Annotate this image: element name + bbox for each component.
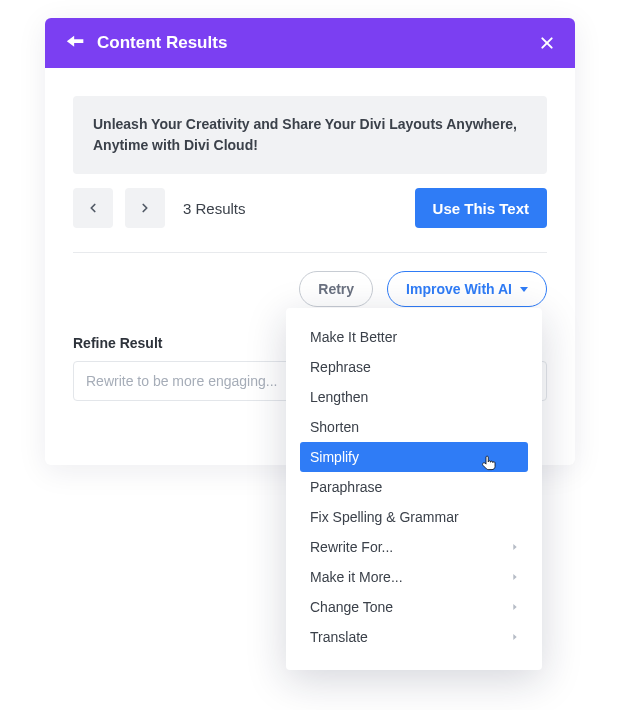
use-this-text-button[interactable]: Use This Text [415, 188, 547, 228]
menu-item-label: Change Tone [310, 599, 393, 615]
menu-item-change-tone[interactable]: Change Tone [300, 592, 528, 622]
pager-row: 3 Results Use This Text [73, 188, 547, 253]
menu-item-label: Fix Spelling & Grammar [310, 509, 459, 525]
back-arrow-icon[interactable] [65, 32, 87, 54]
menu-item-label: Translate [310, 629, 368, 645]
menu-item-make-it-better[interactable]: Make It Better [300, 322, 528, 352]
menu-item-make-it-more[interactable]: Make it More... [300, 562, 528, 592]
prev-button[interactable] [73, 188, 113, 228]
next-button[interactable] [125, 188, 165, 228]
menu-item-lengthen[interactable]: Lengthen [300, 382, 528, 412]
menu-item-label: Paraphrase [310, 479, 382, 495]
caret-down-icon [520, 287, 528, 292]
menu-item-rephrase[interactable]: Rephrase [300, 352, 528, 382]
menu-item-fix-spelling-grammar[interactable]: Fix Spelling & Grammar [300, 502, 528, 532]
menu-item-label: Rephrase [310, 359, 371, 375]
chevron-right-icon [510, 599, 520, 615]
menu-item-shorten[interactable]: Shorten [300, 412, 528, 442]
menu-item-paraphrase[interactable]: Paraphrase [300, 472, 528, 502]
results-count: 3 Results [183, 200, 246, 217]
menu-item-rewrite-for[interactable]: Rewrite For... [300, 532, 528, 562]
retry-button[interactable]: Retry [299, 271, 373, 307]
result-preview: Unleash Your Creativity and Share Your D… [73, 96, 547, 174]
improve-with-ai-label: Improve With AI [406, 281, 512, 297]
panel-header: Content Results [45, 18, 575, 68]
chevron-right-icon [510, 629, 520, 645]
improve-with-ai-button[interactable]: Improve With AI [387, 271, 547, 307]
menu-item-label: Simplify [310, 449, 359, 465]
chevron-right-icon [510, 539, 520, 555]
menu-item-label: Lengthen [310, 389, 368, 405]
chevron-right-icon [510, 569, 520, 585]
menu-item-simplify[interactable]: Simplify [300, 442, 528, 472]
menu-item-label: Make it More... [310, 569, 403, 585]
menu-item-translate[interactable]: Translate [300, 622, 528, 652]
menu-item-label: Rewrite For... [310, 539, 393, 555]
page-title: Content Results [97, 33, 227, 53]
result-text: Unleash Your Creativity and Share Your D… [93, 116, 517, 153]
actions-row: Retry Improve With AI [73, 271, 547, 307]
close-icon[interactable] [537, 33, 557, 53]
menu-item-label: Make It Better [310, 329, 397, 345]
menu-item-label: Shorten [310, 419, 359, 435]
improve-dropdown-menu: Make It BetterRephraseLengthenShortenSim… [286, 308, 542, 670]
